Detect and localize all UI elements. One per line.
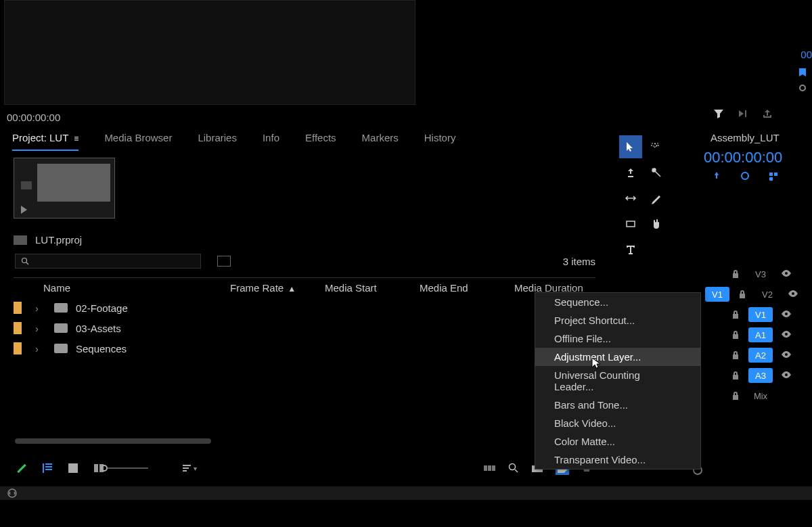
pen-tool[interactable]	[645, 187, 668, 210]
eye-icon[interactable]	[781, 349, 792, 361]
export-icon[interactable]	[762, 108, 773, 119]
track-row[interactable]: V1	[690, 304, 812, 325]
tab-libraries[interactable]: Libraries	[198, 132, 237, 151]
menu-item-adjustment-layer[interactable]: Adjustment Layer...	[535, 348, 700, 366]
ripple-edit-tool[interactable]	[619, 161, 642, 184]
play-icon[interactable]	[21, 206, 27, 214]
bin-name: 02-Footage	[76, 302, 128, 314]
step-forward-icon[interactable]	[738, 108, 748, 119]
chevron-right-icon[interactable]: ›	[35, 323, 43, 334]
panel-menu-icon[interactable]: ≡	[74, 134, 78, 143]
lock-icon[interactable]	[731, 269, 740, 279]
svg-rect-4	[488, 465, 491, 471]
rectangle-tool[interactable]	[619, 212, 642, 235]
track-label[interactable]: A2	[748, 348, 773, 363]
menu-item-transparent-video[interactable]: Transparent Video...	[535, 451, 700, 469]
lock-icon[interactable]	[731, 310, 740, 319]
creative-cloud-icon[interactable]	[7, 488, 18, 499]
eye-icon[interactable]	[781, 369, 792, 382]
sort-dropdown[interactable]: ▾	[183, 461, 196, 475]
horizontal-scrollbar[interactable]	[15, 438, 211, 444]
track-source-label[interactable]: V1	[705, 287, 729, 302]
search-input[interactable]	[15, 254, 201, 269]
track-label[interactable]: A3	[748, 368, 773, 383]
column-media-end[interactable]: Media End	[420, 282, 514, 294]
menu-item-color-matte[interactable]: Color Matte...	[535, 432, 700, 451]
eye-icon[interactable]	[781, 268, 792, 280]
menu-item-universal-counting-leader[interactable]: Universal Counting Leader...	[535, 366, 700, 396]
menu-item-offline-file[interactable]: Offline File...	[535, 329, 700, 348]
timeline-panel: Assembly_LUT 00:00:00:00	[690, 132, 812, 181]
type-tool[interactable]	[619, 238, 642, 261]
selection-tool[interactable]	[619, 135, 642, 158]
column-framerate[interactable]: Frame Rate▲	[230, 282, 325, 294]
eye-icon[interactable]	[788, 288, 798, 300]
list-view-icon[interactable]	[41, 461, 54, 475]
track-row[interactable]: A3	[690, 365, 812, 386]
folder-icon	[54, 344, 68, 353]
lock-icon[interactable]	[731, 330, 740, 340]
new-bin-icon[interactable]	[217, 256, 231, 267]
pencil-icon[interactable]	[15, 461, 28, 475]
table-row[interactable]: › Sequences	[14, 338, 595, 359]
snap-icon[interactable]	[710, 170, 723, 181]
menu-item-project-shortcut[interactable]: Project Shortcut...	[535, 311, 700, 329]
eye-icon[interactable]	[781, 308, 792, 321]
camera-icon[interactable]	[21, 181, 32, 189]
track-label[interactable]: A1	[748, 327, 773, 342]
lock-icon[interactable]	[731, 371, 740, 380]
column-name[interactable]: Name	[14, 282, 230, 294]
track-row[interactable]: V3	[690, 264, 812, 284]
menu-item-bars-and-tone[interactable]: Bars and Tone...	[535, 396, 700, 414]
hand-tool[interactable]	[645, 212, 668, 235]
thumbnail-image	[37, 164, 110, 202]
svg-rect-5	[492, 465, 495, 471]
track-label[interactable]: Mix	[748, 388, 773, 403]
monitor-toolbar	[713, 108, 773, 119]
razor-tool[interactable]	[645, 161, 668, 184]
circle-icon[interactable]	[798, 84, 807, 92]
zoom-slider[interactable]	[118, 461, 131, 475]
chevron-right-icon[interactable]: ›	[35, 302, 43, 314]
lock-icon[interactable]	[731, 350, 740, 360]
menu-item-sequence[interactable]: Sequence...	[535, 293, 700, 311]
markers-icon[interactable]	[767, 170, 780, 181]
track-select-tool[interactable]	[645, 135, 668, 158]
track-row[interactable]: A1	[690, 325, 812, 345]
tab-effects[interactable]: Effects	[305, 132, 336, 151]
track-row[interactable]: V1 V2	[690, 284, 812, 304]
svg-line-2	[26, 262, 28, 265]
tab-media-browser[interactable]: Media Browser	[104, 132, 172, 151]
eye-icon[interactable]	[781, 329, 792, 341]
track-row[interactable]: Mix	[690, 386, 812, 406]
column-media-start[interactable]: Media Start	[325, 282, 420, 294]
sequence-timecode[interactable]: 00:00:00:00	[690, 149, 812, 166]
tab-history[interactable]: History	[424, 132, 456, 151]
folder-icon	[54, 323, 68, 333]
tab-markers[interactable]: Markers	[362, 132, 399, 151]
tab-project[interactable]: Project: LUT≡	[12, 132, 78, 151]
filter-icon[interactable]	[713, 108, 724, 119]
menu-item-black-video[interactable]: Black Video...	[535, 414, 700, 432]
marker-icon[interactable]	[797, 68, 808, 78]
table-row[interactable]: › 02-Footage	[14, 298, 595, 318]
project-search-row	[15, 254, 231, 269]
track-label[interactable]: V1	[748, 307, 773, 322]
chevron-right-icon[interactable]: ›	[35, 343, 43, 354]
linked-selection-icon[interactable]	[739, 170, 751, 181]
track-row[interactable]: A2	[690, 345, 812, 365]
slip-tool[interactable]	[619, 187, 642, 210]
table-row[interactable]: › 03-Assets	[14, 318, 595, 338]
sequence-name[interactable]: Assembly_LUT	[690, 132, 812, 143]
timecode-display[interactable]: 00:00:00:00	[7, 112, 60, 123]
lock-icon[interactable]	[731, 391, 740, 400]
document-icon	[14, 235, 27, 245]
lock-icon[interactable]	[738, 290, 747, 299]
svg-rect-8	[627, 221, 635, 227]
track-label[interactable]: V3	[748, 267, 773, 281]
track-label[interactable]: V2	[755, 287, 780, 302]
icon-view-icon[interactable]	[66, 461, 80, 475]
tab-info[interactable]: Info	[263, 132, 279, 151]
find-icon[interactable]	[508, 463, 519, 474]
automate-icon[interactable]	[484, 463, 496, 473]
